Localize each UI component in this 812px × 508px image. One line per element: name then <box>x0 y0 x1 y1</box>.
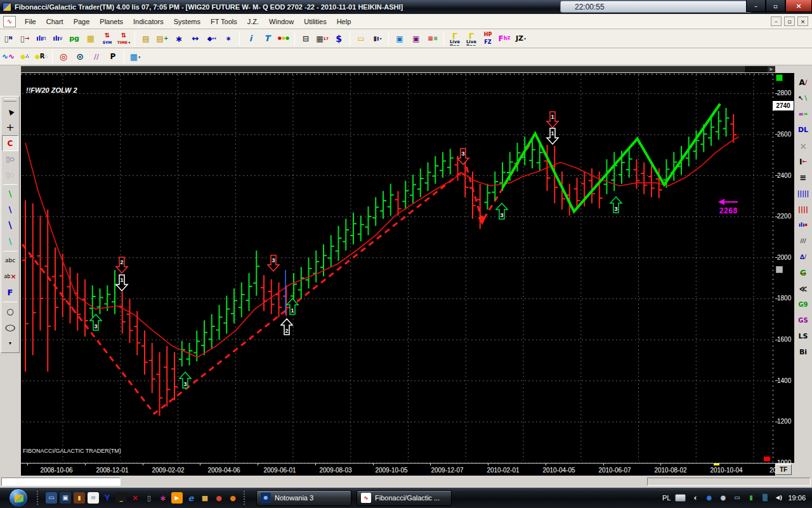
restore-button[interactable]: ▫ <box>766 0 785 12</box>
internet-explorer-icon[interactable]: e <box>184 490 198 505</box>
expand-icon[interactable]: ◆↔ <box>204 31 219 46</box>
planet-r-icon[interactable]: ●R∴ <box>34 49 49 64</box>
jz-icon[interactable]: JZ▾ <box>513 31 528 46</box>
dl-tool[interactable]: DL <box>794 122 812 138</box>
chart-window-alt-icon[interactable]: ▣ <box>409 31 424 46</box>
mdi-restore-button[interactable]: ▫ <box>784 17 795 26</box>
show-desktop-icon[interactable]: ▭ <box>44 490 58 505</box>
mdi-close-button[interactable]: × <box>797 17 808 26</box>
dropdown-caret-icon[interactable]: ▾ <box>128 40 130 44</box>
ls-tool[interactable]: LS <box>794 328 812 344</box>
menu-j-z-[interactable]: J.Z. <box>242 15 264 28</box>
triangle-wave-tool[interactable]: ∆∕ <box>794 249 812 265</box>
taskbar-clock[interactable]: 19:06 <box>788 494 806 502</box>
zoom-page-tool[interactable]: ▯○ <box>2 151 18 167</box>
v-lines-blue-tool[interactable]: ||||| <box>794 185 812 201</box>
menu-chart[interactable]: Chart <box>41 15 69 28</box>
time-list-icon[interactable]: ⇅TIME▾ <box>116 31 131 46</box>
mini-chart-tool[interactable]: ılı▪ <box>794 217 812 233</box>
terminal-icon[interactable]: _ <box>114 490 128 505</box>
h-lines-tool[interactable]: ≡ <box>794 170 812 185</box>
document-icon[interactable]: ∿ <box>3 16 16 27</box>
start-button[interactable] <box>9 488 28 507</box>
aspect-circle-icon[interactable]: ⊙ <box>72 49 88 64</box>
cascade-add-icon[interactable]: ▤+ <box>155 31 170 46</box>
live-range-alt-icon[interactable]: ΓLive Rng <box>464 31 479 46</box>
zoom-disabled-tool[interactable]: ▯○ <box>2 167 18 183</box>
chrome-icon[interactable]: ● <box>212 490 226 505</box>
compress-icon[interactable]: ∗ <box>171 31 187 46</box>
ellipse-tool[interactable]: ○ <box>2 319 18 335</box>
draw-pointer-icon[interactable]: i <box>243 31 258 46</box>
menu-systems[interactable]: Systems <box>169 15 206 28</box>
folder-icon[interactable]: ■ <box>198 490 212 505</box>
fibonacci-tool[interactable]: F <box>2 284 18 300</box>
menu-ft-tools[interactable]: FT Tools <box>206 15 242 28</box>
language-indicator[interactable]: PL <box>662 494 671 502</box>
taskbar-grip[interactable] <box>244 491 247 505</box>
planet-p-icon[interactable]: P <box>105 49 121 64</box>
trendline-thick-tool[interactable]: ∖ <box>2 218 18 234</box>
palette-scroll-down[interactable]: ▾ <box>2 335 18 351</box>
waves-icon[interactable]: ∿∿ <box>1 49 16 64</box>
expand-width-icon[interactable]: ↔ <box>188 31 203 46</box>
grid-table-icon[interactable]: ▦▾ <box>128 49 143 64</box>
pointer-tool[interactable]: ▲ <box>2 104 18 119</box>
new-page-icon[interactable]: ▯N <box>1 31 16 46</box>
color-rows-icon[interactable]: ≡≡ <box>425 31 440 46</box>
tray-shield-icon[interactable]: ● <box>718 493 728 503</box>
magnet-tool[interactable]: C <box>2 135 18 151</box>
page-icon[interactable]: pg <box>67 31 82 46</box>
price-marker-icon[interactable]: ▮ı▾ <box>370 31 385 46</box>
notepad-icon[interactable]: ≡ <box>86 490 100 505</box>
crosshair-tool[interactable]: + <box>2 119 18 135</box>
hp-fz-icon[interactable]: HPFZ <box>480 31 495 46</box>
task-button[interactable]: ∿Fibonacci/Galactic ... <box>357 490 452 506</box>
live-range-icon[interactable]: ΓLive Rng <box>447 31 462 46</box>
window-grid-icon[interactable]: ▦ <box>83 31 98 46</box>
calendar-icon[interactable]: ▦17 <box>315 31 330 46</box>
planet-orbit-icon[interactable]: ●∴ <box>17 49 32 64</box>
vertical-scrollbar-thumb[interactable] <box>776 266 783 273</box>
window-switcher-icon[interactable]: ▣ <box>58 490 72 505</box>
gs-tool[interactable]: GS <box>794 312 812 328</box>
scrollbar-right-arrow-icon[interactable]: ▶ <box>768 66 775 72</box>
delete-text-tool[interactable]: ab× <box>2 269 18 284</box>
menu-indicators[interactable]: Indicators <box>128 15 169 28</box>
ruler-icon[interactable]: ▭ <box>353 31 369 46</box>
palette-grip[interactable] <box>4 98 16 102</box>
minimize-button[interactable]: – <box>746 0 766 12</box>
marker-pen-tool[interactable]: ∖ <box>2 234 18 250</box>
arrows-tool[interactable]: ↖∖ <box>794 90 812 106</box>
quicklaunch-grip[interactable] <box>37 491 41 505</box>
media-player-icon[interactable]: ▮ <box>72 490 86 505</box>
menu-page[interactable]: Page <box>69 15 95 28</box>
menu-utilities[interactable]: Utilities <box>299 15 331 28</box>
bi-tool[interactable]: Bi <box>794 344 812 360</box>
tray-app-blue-icon[interactable]: ● <box>704 493 714 503</box>
chart-plot-area[interactable]: 2133312331132268!!FW20 ZOLW 2FIBONACCI/G… <box>21 73 775 463</box>
dropdown-caret-icon[interactable]: ▾ <box>138 55 140 59</box>
fan-lines-tool[interactable]: ≪ <box>794 281 812 297</box>
menu-window[interactable]: Window <box>264 15 299 28</box>
intraday-bars-icon[interactable]: ılın <box>34 31 49 46</box>
menu-planets[interactable]: Planets <box>95 15 128 28</box>
fhz-icon[interactable]: FhZ <box>497 31 512 46</box>
circle-tool[interactable]: ○ <box>2 304 18 319</box>
g9-tool[interactable]: G9 <box>794 297 812 312</box>
diag-lines-tool[interactable]: ∕∕∕ <box>794 233 812 249</box>
tray-network-icon[interactable]: ▒ <box>760 493 769 503</box>
slope-lines-icon[interactable]: ∕∕ <box>89 49 104 64</box>
symbol-list-icon[interactable]: ⇅SYM <box>100 31 115 46</box>
trendline-blue-tool[interactable]: ∖ <box>2 202 18 218</box>
arcs-tool[interactable]: ≈≈ <box>794 106 812 122</box>
tray-display-icon[interactable]: ▭ <box>732 493 742 503</box>
cascade-icon[interactable]: ▤ <box>138 31 154 46</box>
heikin-ashi-chart[interactable]: 2133312331132268!!FW20 ZOLW 2FIBONACCI/G… <box>21 73 775 463</box>
dropdown-caret-icon[interactable]: ▾ <box>379 36 381 41</box>
text-tool-icon[interactable]: T <box>259 31 275 46</box>
shrink-icon[interactable]: ∗ <box>221 31 236 46</box>
target-rings-icon[interactable]: ◎ <box>56 49 71 64</box>
i-levels-tool[interactable]: I← <box>794 154 812 170</box>
menu-help[interactable]: Help <box>332 15 357 28</box>
